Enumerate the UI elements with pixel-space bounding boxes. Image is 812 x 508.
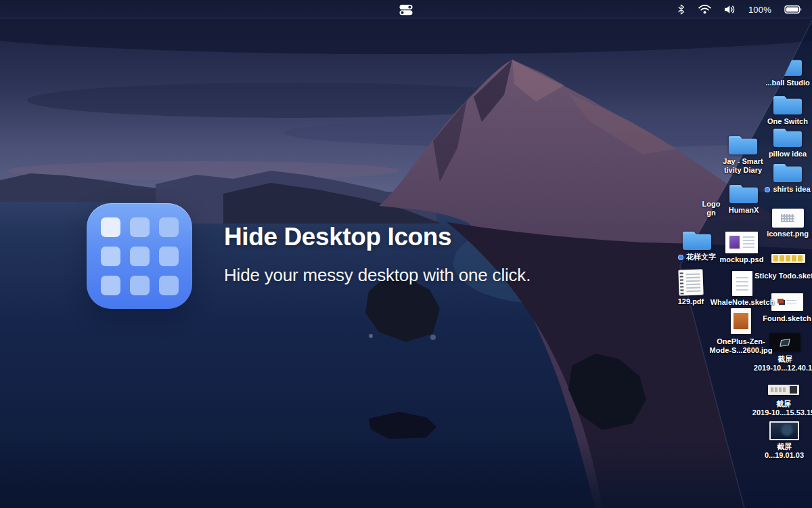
- folder-icon: [727, 133, 759, 155]
- file-label-line: Jay - Smart: [702, 157, 784, 166]
- bluetooth-icon: [677, 4, 685, 15]
- desktop-icon-huayang-wenzi[interactable]: 花样文字: [656, 228, 738, 261]
- file-label-line: 截屏: [743, 400, 812, 408]
- file-thumbnail: [678, 269, 703, 295]
- file-label-line: 129.pdf: [650, 297, 731, 306]
- hero-text: Hide Desktop Icons Hide your messy deskt…: [224, 224, 531, 286]
- desktop-icon-logo-design[interactable]: Logogn: [671, 198, 752, 217]
- one-switch-menubar-item[interactable]: [394, 0, 419, 19]
- desktop-icon-pdf-129[interactable]: 129.pdf: [650, 270, 731, 306]
- hide-desktop-icons-app-icon[interactable]: [87, 203, 192, 309]
- file-label: ...ball Studio: [747, 79, 812, 87]
- file-label: Logogn: [671, 200, 752, 217]
- desktop-icon-one-switch[interactable]: One Switch: [747, 93, 812, 126]
- menu-bar: 100%: [0, 0, 812, 19]
- file-label-line: 截屏: [744, 442, 812, 451]
- file-thumbnail: [732, 271, 752, 296]
- folder-icon: [772, 54, 803, 77]
- folder-icon: [772, 93, 803, 115]
- grid-square: [159, 276, 179, 295]
- file-label: 129.pdf: [650, 297, 731, 306]
- battery-menu-item[interactable]: [784, 5, 803, 14]
- desktop-icon-shot-190103[interactable]: 截屏0...19.01.03: [744, 421, 812, 460]
- grid-square: [130, 217, 150, 237]
- file-label-line: tivity Diary: [702, 166, 784, 175]
- grid-square: [159, 217, 179, 237]
- file-label-line: 2019-10...15.53.15: [743, 408, 812, 417]
- desktop-icon-oneplus-zen[interactable]: OnePlus-Zen-Mode-S...2600.jpg: [700, 308, 782, 355]
- file-thumbnail: [768, 385, 799, 395]
- file-label: 花样文字: [656, 253, 738, 261]
- file-label-line: Mode-S...2600.jpg: [700, 346, 782, 355]
- wifi-menu-item[interactable]: [698, 5, 711, 14]
- menu-bar-status-area: 100%: [677, 0, 812, 19]
- grid-square: [159, 247, 179, 266]
- file-label-line: Logo: [671, 200, 752, 209]
- battery-icon: [784, 5, 803, 14]
- grid-square: [130, 276, 150, 295]
- file-thumbnail: [731, 308, 751, 334]
- battery-percentage: 100%: [748, 5, 771, 15]
- file-label: 截屏2019-10...12.40.14: [744, 355, 812, 373]
- wifi-icon: [698, 5, 711, 14]
- one-switch-icon: [399, 4, 413, 16]
- blue-tag-dot: [678, 255, 683, 260]
- hero-title: Hide Desktop Icons: [224, 224, 531, 251]
- grid-square: [130, 247, 150, 266]
- file-label-line: ...ball Studio: [747, 79, 812, 87]
- file-label: 截屏2019-10...15.53.15: [743, 400, 812, 417]
- volume-menu-item[interactable]: [724, 5, 736, 14]
- file-label-line: gn: [671, 209, 752, 217]
- grid-square: [101, 276, 120, 295]
- file-label-line: 2019-10...12.40.14: [744, 364, 812, 373]
- file-label-line: OnePlus-Zen-: [700, 337, 782, 346]
- file-thumbnail: [769, 421, 799, 440]
- file-label-line: 0...19.01.03: [744, 451, 812, 460]
- grid-square: [101, 217, 120, 237]
- file-label: Jay - Smarttivity Diary: [702, 157, 784, 175]
- file-label: OnePlus-Zen-Mode-S...2600.jpg: [700, 337, 782, 355]
- desktop-icon-jay-diary[interactable]: Jay - Smarttivity Diary: [702, 133, 784, 175]
- desktop-icon-ball-studio[interactable]: ...ball Studio: [747, 54, 812, 87]
- folder-icon: [681, 228, 713, 251]
- file-label-line: 花样文字: [656, 253, 738, 261]
- bluetooth-menu-item[interactable]: [677, 4, 685, 15]
- grid-square: [101, 247, 120, 266]
- screen: ...ball StudioOne Switchpillow ideashirt…: [0, 0, 812, 508]
- volume-icon: [724, 5, 736, 14]
- desktop-icon-shot-155315[interactable]: 截屏2019-10...15.53.15: [743, 383, 812, 417]
- file-label: 截屏0...19.01.03: [744, 442, 812, 460]
- hero-subtitle: Hide your messy desktop with one click.: [224, 265, 531, 286]
- file-label-line: 截屏: [744, 355, 812, 364]
